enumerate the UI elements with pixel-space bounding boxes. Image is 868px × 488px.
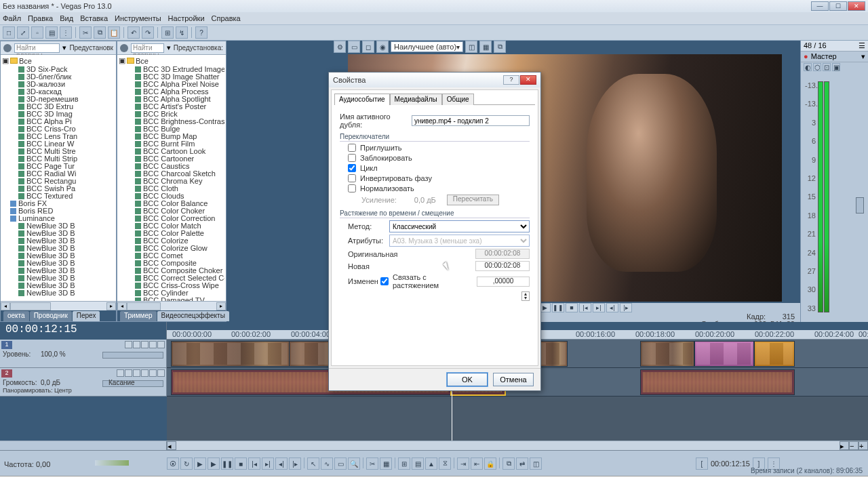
bypass-fx-icon[interactable] (125, 341, 132, 348)
dim-icon[interactable]: ▣ (832, 63, 840, 71)
video-clip[interactable] (694, 341, 754, 367)
preview-config-icon[interactable]: ⚙ (334, 41, 346, 53)
normalize-checkbox[interactable] (348, 184, 356, 192)
menu-view[interactable]: Вид (60, 14, 73, 22)
tree-item[interactable]: NewBlue 3D B (2, 252, 115, 260)
arm-record-icon[interactable] (117, 369, 124, 377)
h-scrollbar[interactable]: ◂▸ (117, 301, 226, 310)
next-frame-button[interactable]: |▸ (620, 303, 632, 312)
tree-item[interactable]: BCC Alpha Pixel Noise (119, 81, 224, 88)
automation-icon[interactable] (133, 369, 140, 377)
next-frame-button[interactable]: |▸ (289, 458, 301, 470)
tab-general[interactable]: Общие (442, 94, 474, 105)
edit-envelope-icon[interactable]: ∿ (321, 458, 333, 470)
loop-button[interactable]: ↻ (180, 458, 193, 470)
tree-item[interactable]: BCC Page Tur (2, 163, 115, 170)
copy-button[interactable]: ⧉ (94, 26, 106, 39)
cut-button[interactable]: ✂ (79, 26, 92, 39)
level-value[interactable]: 100,0 % (41, 350, 66, 358)
maximize-button[interactable]: ☐ (829, 1, 847, 11)
tree-item[interactable]: BCC Alpha Process (119, 88, 224, 96)
tree-item[interactable]: 3D-жалюзи (2, 81, 115, 88)
automation-icon[interactable] (141, 341, 149, 348)
tree-item[interactable]: BCC Cylinder (119, 289, 224, 297)
solo-icon[interactable]: ◐ (804, 63, 812, 71)
dialog-titlebar[interactable]: Свойства ? ✕ (329, 73, 540, 87)
current-timecode[interactable]: 00:00:12:15 (711, 460, 750, 468)
plugin-search-1[interactable]: Найти плагины (14, 43, 60, 53)
mute-icon[interactable] (149, 341, 157, 348)
tree-item[interactable]: BCC Rectangu (2, 178, 115, 185)
tab-explorer[interactable]: Проводник (30, 311, 72, 321)
tree-item[interactable]: BCC 3D Imag (2, 110, 115, 118)
cancel-button[interactable]: Отмена (493, 373, 534, 386)
external-monitor-icon[interactable]: ▭ (348, 41, 360, 53)
tree-item[interactable]: NewBlue 3D B (2, 222, 115, 230)
pause-button[interactable]: ❚❚ (552, 303, 564, 312)
automation-icon[interactable]: ⊡ (823, 63, 831, 71)
tree-item[interactable]: BCC Colorize Glow (119, 245, 224, 252)
tab-transitions[interactable]: Перех (73, 311, 100, 321)
auto-button[interactable]: ↯ (176, 26, 188, 39)
tree-item[interactable]: BCC Bump Map (119, 133, 224, 140)
tree-item[interactable]: BCC Criss-Cross Wipe (119, 282, 224, 289)
video-track-header[interactable]: 1 Уровень: 100,0 % (0, 340, 167, 368)
solo-icon[interactable] (157, 341, 165, 348)
tree-item[interactable]: 3D Six-Pack (2, 66, 115, 73)
master-fader[interactable] (856, 197, 864, 214)
meter-menu-icon[interactable]: ▾ (861, 52, 865, 61)
tree-item[interactable]: Boris FX (2, 200, 115, 207)
tree-item[interactable]: BCC Artist's Poster (119, 103, 224, 110)
collapse-icon[interactable]: ▣ (119, 56, 125, 65)
lock-stretch-checkbox[interactable] (380, 277, 389, 285)
dialog-help-button[interactable]: ? (503, 75, 519, 85)
rate-slider[interactable] (95, 460, 129, 466)
tree-item[interactable]: BCC Correct Selected Color (119, 274, 224, 282)
ripple-icon[interactable]: ⧉ (502, 458, 515, 470)
overlay-icon[interactable]: ▦ (479, 41, 492, 53)
tab-videofx[interactable]: Видеоспецэффекты (157, 311, 229, 321)
tree-item[interactable]: NewBlue 3D B (2, 245, 115, 252)
preview-quality-select[interactable]: Наилучшее (авто) ▾ (391, 41, 463, 52)
menu-options[interactable]: Настройки (168, 14, 205, 22)
tree-item[interactable]: 3D-каскад (2, 88, 115, 96)
menu-tools[interactable]: Инструменты (115, 14, 161, 22)
touch-mode[interactable]: Касание (108, 379, 135, 386)
marker-icon[interactable]: ▲ (425, 458, 437, 470)
plugin-search-2[interactable]: Найти плагины (131, 43, 164, 53)
tree-item[interactable]: BCC Chroma Key (119, 178, 224, 185)
select-events-icon[interactable]: ▦ (380, 458, 392, 470)
mute-icon[interactable] (141, 369, 149, 377)
tree-item[interactable]: BCC 3D Extruded Image Shatt (119, 66, 224, 73)
menu-help[interactable]: Справка (212, 14, 241, 22)
dropdown-icon[interactable]: ▾ (167, 43, 171, 52)
help-button[interactable]: ? (195, 26, 208, 39)
tree-item[interactable]: BCC Cloth (119, 185, 224, 192)
fx-icon[interactable]: ⬡ (813, 63, 821, 71)
level-slider[interactable] (102, 352, 163, 359)
tree-item[interactable]: BCC Alpha Spotlight (119, 96, 224, 103)
tree-item[interactable]: BCC Textured (2, 192, 115, 200)
tree-item[interactable]: BCC Colorize (119, 237, 224, 245)
tree-item[interactable]: BCC Color Palette (119, 230, 224, 237)
menu-file[interactable]: Файл (3, 14, 21, 22)
new-button[interactable]: □ (3, 26, 15, 39)
mute-icon[interactable]: ● (804, 52, 808, 61)
snap-button[interactable]: ⊞ (161, 26, 174, 39)
tree-item[interactable]: Luminance (2, 215, 115, 222)
tree-item[interactable]: BCC Cartooner (119, 155, 224, 163)
tree-item[interactable]: BCC Color Match (119, 222, 224, 230)
snapshot-icon[interactable]: ⧉ (494, 41, 506, 53)
dialog-close-button[interactable]: ✕ (520, 75, 536, 85)
tab-project[interactable]: оекта (3, 311, 29, 321)
preview-screen-icon[interactable]: ◻ (362, 41, 374, 53)
edit-select-icon[interactable]: ▭ (334, 458, 347, 470)
invert-checkbox[interactable] (348, 174, 356, 182)
redo-button[interactable]: ↷ (142, 26, 154, 39)
h-scrollbar[interactable]: ◂▸ (1, 301, 116, 310)
prev-frame-button[interactable]: ◂| (606, 303, 618, 312)
tree-item[interactable]: BCC Multi Stre (2, 148, 115, 155)
auto-crossfade-icon[interactable]: ⧖ (439, 458, 451, 470)
quantize-icon[interactable]: ▤ (412, 458, 424, 470)
tab-trimmer[interactable]: Триммер (120, 311, 157, 321)
